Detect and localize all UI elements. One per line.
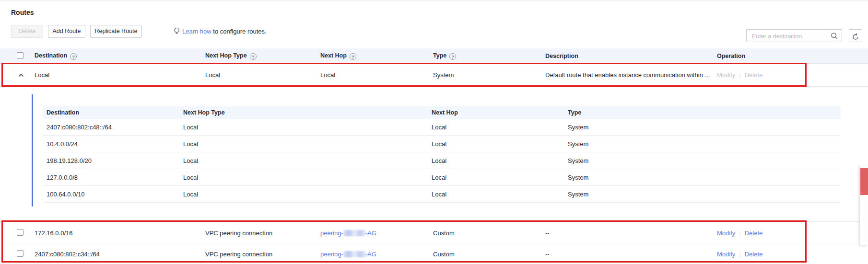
cell-next-hop: Local <box>428 174 564 181</box>
cell-description: Default route that enables instance comm… <box>545 71 717 79</box>
cell-type: System <box>564 140 841 148</box>
cell-destination: 127.0.0.0/8 <box>43 174 180 181</box>
cell-next-hop: peering--AG <box>320 251 433 258</box>
table-header: Destination? Next Hop Type? Next Hop? Ty… <box>0 48 868 64</box>
subcol-next-hop: Next Hop <box>428 109 564 116</box>
cell-type: System <box>564 174 841 181</box>
expanded-section-rail <box>32 94 33 207</box>
cell-next-hop-type: Local <box>180 157 428 164</box>
table-row-custom: 2407:c080:802:c34::/64VPC peering connec… <box>0 244 868 264</box>
replicate-route-button[interactable]: Replicate Route <box>90 25 142 38</box>
cell-destination: 10.4.0.0/24 <box>43 140 180 148</box>
delete-link[interactable]: Delete <box>745 251 763 258</box>
help-icon[interactable]: ? <box>70 53 77 60</box>
peering-link-suffix: -AG <box>365 230 376 237</box>
cell-next-hop: Local <box>428 157 564 164</box>
help-icon[interactable]: ? <box>350 53 356 60</box>
refresh-button[interactable] <box>849 29 862 42</box>
learn-how-link[interactable]: Learn how <box>182 28 211 35</box>
row-checkbox[interactable] <box>17 229 23 236</box>
col-type: Type? <box>433 52 545 60</box>
col-next-hop: Next Hop? <box>320 52 433 60</box>
page-top-divider <box>0 0 868 1</box>
cell-destination: 2407:c080:802:c34::/64 <box>35 251 205 258</box>
routes-panel: Routes Delete Add Route Replicate Route … <box>0 0 868 264</box>
cell-type: System <box>564 157 841 164</box>
peering-link-prefix: peering- <box>320 230 343 237</box>
help-icon[interactable]: ? <box>250 53 257 60</box>
peering-link-redacted-blur <box>343 251 365 257</box>
cell-operation: Modify|Delete <box>717 71 868 79</box>
cell-destination: 2407:c080:802:c48::/64 <box>43 124 180 131</box>
cell-operation: Modify|Delete <box>717 251 868 258</box>
subcol-type: Type <box>564 109 841 116</box>
cell-next-hop-type: VPC peering connection <box>205 251 320 258</box>
lightbulb-icon <box>174 27 180 35</box>
cell-next-hop-type: VPC peering connection <box>205 230 320 237</box>
col-next-hop-type: Next Hop Type? <box>205 52 320 60</box>
tip-text: to configure routes. <box>211 28 267 35</box>
cell-next-hop-type: Local <box>180 174 428 181</box>
tip-bar: Learn how to configure routes. <box>174 25 267 38</box>
delete-link[interactable]: Delete <box>745 230 763 237</box>
destination-search <box>746 29 842 42</box>
subcol-destination: Destination <box>43 109 180 116</box>
peering-connection-link[interactable]: peering--AG <box>320 251 376 258</box>
modify-link[interactable]: Modify <box>717 230 735 237</box>
modify-link-disabled: Modify <box>717 71 735 79</box>
table-row-custom: 172.16.0.0/16VPC peering connectionpeeri… <box>0 221 868 244</box>
delete-button[interactable]: Delete <box>11 25 43 38</box>
table-row-local: Local Local Local System Default route t… <box>0 64 868 87</box>
page-title: Routes <box>11 9 34 16</box>
delete-link-disabled: Delete <box>745 71 763 79</box>
col-operation: Operation <box>717 53 868 59</box>
cell-next-hop: Local <box>428 191 564 198</box>
cell-next-hop-type: Local <box>180 191 428 198</box>
row-checkbox[interactable] <box>17 250 23 257</box>
add-route-button[interactable]: Add Route <box>48 25 85 38</box>
subcol-next-hop-type: Next Hop Type <box>180 109 428 116</box>
cell-type: Custom <box>433 230 545 237</box>
cell-operation: Modify|Delete <box>717 230 868 237</box>
search-input[interactable] <box>751 30 832 42</box>
cell-select <box>0 229 35 237</box>
subtable-header: Destination Next Hop Type Next Hop Type <box>43 106 841 119</box>
subtable-row: 127.0.0.0/8LocalLocalSystem <box>43 169 841 186</box>
select-all-checkbox[interactable] <box>17 52 23 59</box>
cell-destination: 100.64.0.0/10 <box>43 191 180 198</box>
vertical-scrollbar-thumb[interactable] <box>860 168 868 195</box>
vertical-scrollbar-track[interactable] <box>860 166 868 245</box>
cell-next-hop-type: Local <box>205 71 320 79</box>
cell-type: Custom <box>433 251 545 258</box>
cell-type: System <box>564 191 841 198</box>
col-destination: Destination? <box>35 52 205 60</box>
cell-destination: 198.19.128.0/20 <box>43 157 180 164</box>
cell-type: System <box>564 124 841 131</box>
peering-link-redacted-blur <box>343 230 365 236</box>
cell-destination: 172.16.0.0/16 <box>35 230 205 237</box>
refresh-icon <box>852 33 859 41</box>
cell-next-hop: peering--AG <box>320 230 433 237</box>
cell-description: -- <box>545 230 717 237</box>
operation-separator: | <box>739 251 740 258</box>
operation-separator: | <box>739 230 740 237</box>
cell-next-hop-type: Local <box>180 140 428 148</box>
cell-next-hop-type: Local <box>180 124 428 131</box>
cell-type: System <box>433 71 545 79</box>
local-routes-subtable: Destination Next Hop Type Next Hop Type … <box>43 106 841 203</box>
peering-link-prefix: peering- <box>320 251 343 258</box>
cell-destination: Local <box>35 71 205 79</box>
cell-next-hop: Local <box>428 140 564 148</box>
cell-description: -- <box>545 251 717 258</box>
collapse-chevron-up-icon[interactable] <box>18 73 24 77</box>
search-icon[interactable] <box>831 32 838 41</box>
subtable-row: 10.4.0.0/24LocalLocalSystem <box>43 136 841 152</box>
subtable-row: 2407:c080:802:c48::/64LocalLocalSystem <box>43 119 841 136</box>
peering-link-suffix: -AG <box>365 251 376 258</box>
subtable-row: 198.19.128.0/20LocalLocalSystem <box>43 152 841 169</box>
cell-next-hop: Local <box>320 71 433 79</box>
cell-select <box>0 250 35 258</box>
peering-connection-link[interactable]: peering--AG <box>320 230 376 237</box>
help-icon[interactable]: ? <box>449 53 456 60</box>
modify-link[interactable]: Modify <box>717 251 735 258</box>
